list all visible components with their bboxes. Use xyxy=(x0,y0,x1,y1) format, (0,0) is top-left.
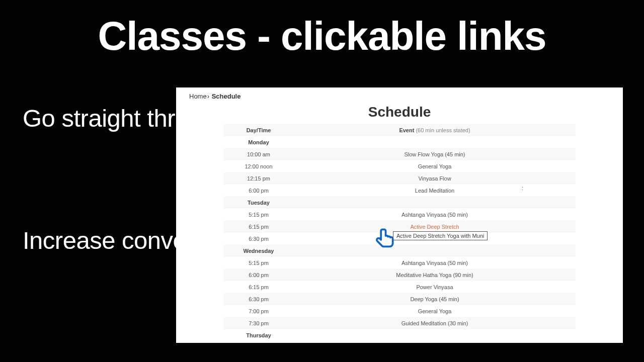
hero-title: Classes - clickable links xyxy=(0,13,644,59)
table-row: 6:00 pmMeditative Hatha Yoga (90 min) xyxy=(223,269,576,281)
time-cell: 7:00 pm xyxy=(223,308,294,314)
time-cell: 7:30 pm xyxy=(223,320,294,326)
table-row: 7:30 pmGuided Meditation (30 min) xyxy=(223,317,576,329)
time-cell: 6:30 pm xyxy=(223,236,294,242)
event-cell: Guided Meditation (30 min) xyxy=(294,320,576,326)
event-cell: Power Vinyasa xyxy=(294,284,576,290)
event-cell: Ashtanga Vinyasa (50 min) xyxy=(294,260,576,266)
pointer-cursor-icon xyxy=(372,226,397,251)
event-cell: General Yoga xyxy=(294,163,576,169)
day-label: Wednesday xyxy=(223,248,294,254)
table-header: Day/Time Event (60 min unless stated) xyxy=(223,124,576,136)
time-cell: 10:00 am xyxy=(223,151,294,157)
table-row: 12:00 noonGeneral Yoga xyxy=(223,160,576,172)
table-row: 10:00 amSlow Flow Yoga (45 min) xyxy=(223,148,576,160)
table-row: 5:15 pmAshtanga Vinyasa (50 min) xyxy=(223,257,576,269)
time-cell: 5:15 pm xyxy=(223,212,294,218)
table-row: 7:00 pmGeneral Yoga xyxy=(223,305,576,317)
time-cell: 6:30 pm xyxy=(223,296,294,302)
day-label: Thursday xyxy=(223,332,294,338)
time-cell: 6:00 pm xyxy=(223,272,294,278)
event-cell: Vinyasa Flow xyxy=(294,175,576,182)
time-cell: 6:00 pm xyxy=(223,188,294,194)
page-title: Schedule xyxy=(176,103,623,124)
time-cell: 5:15 pm xyxy=(223,260,294,266)
table-row: Tuesday xyxy=(223,197,576,209)
breadcrumb-home[interactable]: Home xyxy=(189,93,207,100)
day-label: Monday xyxy=(223,139,294,145)
time-cell: 6:15 pm xyxy=(223,224,294,230)
breadcrumb: Home› Schedule xyxy=(176,87,623,103)
event-cell: Deep Yoga (45 min) xyxy=(294,296,576,302)
table-row: 5:15 pmAshtanga Vinyasa (50 min) xyxy=(223,209,576,221)
header-event: Event (60 min unless stated) xyxy=(294,127,576,133)
time-cell: 12:15 pm xyxy=(223,175,294,182)
breadcrumb-current: Schedule xyxy=(212,93,241,100)
event-cell: Slow Flow Yoga (45 min) xyxy=(294,151,576,157)
link-tooltip: Active Deep Stretch Yoga with Muni xyxy=(393,231,488,240)
breadcrumb-separator: › xyxy=(207,93,209,100)
time-cell: 12:00 noon xyxy=(223,163,294,169)
event-cell: Lead Meditation xyxy=(294,188,576,194)
event-cell: Meditative Hatha Yoga (90 min) xyxy=(294,272,576,278)
table-row: 6:15 pmPower Vinyasa xyxy=(223,281,576,293)
table-row: 12:15 pmVinyasa Flow xyxy=(223,172,576,185)
class-link[interactable]: Active Deep Stretch xyxy=(410,224,459,230)
table-row: 6:30 pmDeep Yoga (45 min) xyxy=(223,293,576,305)
header-daytime: Day/Time xyxy=(223,127,294,133)
time-cell: 6:15 pm xyxy=(223,284,294,290)
stray-colon: : xyxy=(522,185,523,191)
event-cell[interactable]: Active Deep Stretch xyxy=(294,224,576,230)
day-label: Tuesday xyxy=(223,200,294,206)
table-row: Wednesday xyxy=(223,245,576,257)
event-cell: Ashtanga Vinyasa (50 min) xyxy=(294,212,576,218)
event-cell: General Yoga xyxy=(294,308,576,314)
table-row: Thursday xyxy=(223,329,576,341)
schedule-page: Home› Schedule Schedule Day/Time Event (… xyxy=(176,87,623,343)
table-row: Monday xyxy=(223,136,576,148)
